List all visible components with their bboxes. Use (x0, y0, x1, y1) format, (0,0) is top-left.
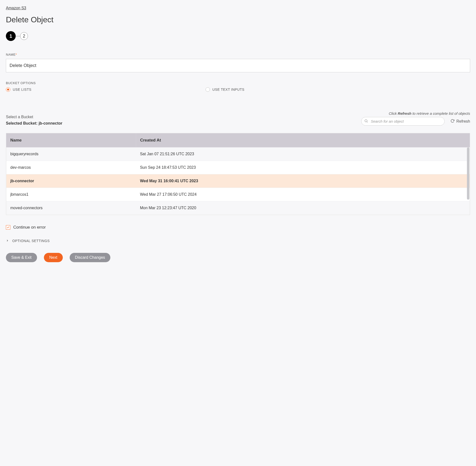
discard-button[interactable]: Discard Changes (70, 253, 111, 262)
name-field-label: NAME* (6, 53, 470, 56)
table-row[interactable]: bigqueryrecordsSat Jan 07 21:51:26 UTC 2… (6, 147, 470, 161)
table-row[interactable]: dev-marcosSun Sep 24 18:47:53 UTC 2023 (6, 161, 470, 174)
refresh-icon (450, 119, 454, 124)
cell-created: Wed Mar 27 17:06:50 UTC 2024 (136, 188, 470, 201)
search-icon (364, 119, 368, 124)
table-row[interactable]: moved-connectorsMon Mar 23 12:23:47 UTC … (6, 201, 470, 215)
col-header-name[interactable]: Name (6, 133, 136, 147)
page-title: Delete Object (6, 15, 470, 24)
refresh-hint: Click Refresh to retrieve a complete lis… (361, 111, 470, 116)
refresh-button[interactable]: Refresh (450, 119, 470, 124)
chevron-right-icon (6, 239, 9, 243)
bucket-options-label: BUCKET OPTIONS (6, 81, 470, 85)
cell-created: Sat Jan 07 21:51:26 UTC 2023 (136, 147, 470, 161)
selected-bucket: Selected Bucket: jb-connector (6, 121, 62, 126)
radio-icon (6, 87, 10, 92)
scrollbar[interactable] (467, 147, 469, 214)
cell-created: Sun Sep 24 18:47:53 UTC 2023 (136, 161, 470, 174)
bucket-table: Name Created At bigqueryrecordsSat Jan 0… (6, 133, 470, 215)
cell-name: bigqueryrecords (6, 147, 136, 161)
select-bucket-label: Select a Bucket (6, 115, 62, 119)
step-1[interactable]: 1 (6, 31, 16, 41)
radio-use-text-label: USE TEXT INPUTS (212, 88, 244, 91)
optional-settings-toggle[interactable]: OPTIONAL SETTINGS (6, 239, 470, 243)
radio-use-text[interactable]: USE TEXT INPUTS (206, 87, 405, 92)
radio-icon (206, 87, 210, 92)
svg-line-1 (367, 122, 368, 122)
cell-name: moved-connectors (6, 201, 136, 215)
name-input[interactable] (6, 59, 470, 72)
refresh-label: Refresh (456, 119, 470, 124)
continue-on-error-checkbox[interactable] (6, 225, 10, 230)
step-connector (16, 36, 20, 36)
svg-point-0 (365, 119, 367, 122)
search-input[interactable] (361, 117, 445, 126)
breadcrumb-link[interactable]: Amazon S3 (6, 6, 26, 10)
stepper: 1 2 (6, 31, 470, 41)
optional-settings-label: OPTIONAL SETTINGS (12, 239, 50, 243)
cell-created: Wed May 31 16:00:41 UTC 2023 (136, 174, 470, 188)
required-asterisk: * (16, 53, 17, 56)
radio-use-lists[interactable]: USE LISTS (6, 87, 206, 92)
scrollbar-thumb[interactable] (467, 147, 469, 200)
col-header-created[interactable]: Created At (136, 133, 470, 147)
continue-on-error-label: Continue on error (13, 225, 46, 230)
radio-use-lists-label: USE LISTS (13, 88, 31, 91)
save-exit-button[interactable]: Save & Exit (6, 253, 37, 262)
cell-name: dev-marcos (6, 161, 136, 174)
table-row[interactable]: jbmarcos1Wed Mar 27 17:06:50 UTC 2024 (6, 188, 470, 201)
table-row[interactable]: jb-connectorWed May 31 16:00:41 UTC 2023 (6, 174, 470, 188)
next-button[interactable]: Next (44, 253, 63, 262)
cell-name: jb-connector (6, 174, 136, 188)
cell-name: jbmarcos1 (6, 188, 136, 201)
cell-created: Mon Mar 23 12:23:47 UTC 2020 (136, 201, 470, 215)
step-2[interactable]: 2 (20, 32, 28, 40)
